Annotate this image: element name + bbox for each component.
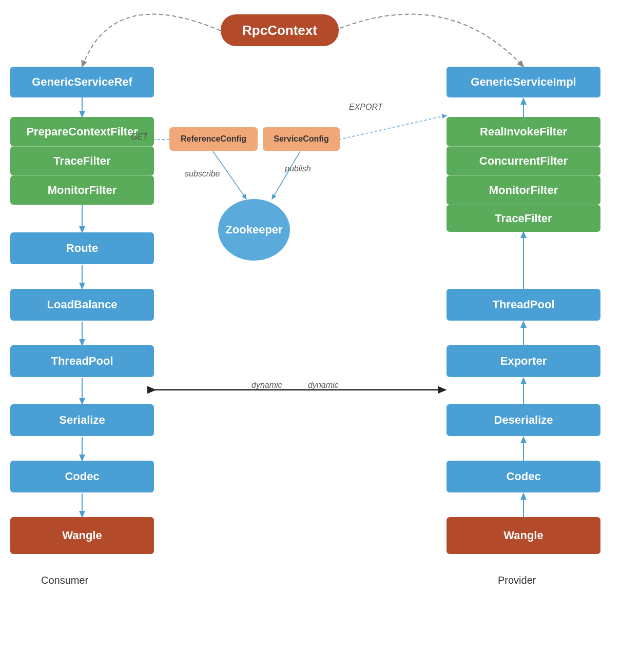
consumer-label: Consumer (41, 575, 88, 586)
generic-service-impl-node: GenericServiceImpl (447, 67, 600, 97)
thread-pool-provider-label: ThreadPool (492, 298, 554, 311)
trace-filter-consumer-label: TraceFilter (53, 154, 110, 168)
export-label: EXPORT (349, 103, 383, 112)
serialize-label: Serialize (59, 413, 105, 427)
serialize-node: Serialize (10, 404, 154, 436)
load-balance-node: LoadBalance (10, 289, 154, 321)
wangle-consumer-node: Wangle (10, 517, 154, 554)
prepare-context-filter-node: PrepareContextFilter (10, 117, 154, 146)
real-invoke-filter-node: RealInvokeFilter (447, 117, 600, 146)
trace-filter-provider-label: TraceFilter (495, 212, 552, 225)
trace-filter-provider-node: TraceFilter (447, 205, 600, 232)
codec-provider-node: Codec (447, 461, 600, 492)
zookeeper-node: Zookeeper (218, 199, 290, 261)
zookeeper-label: Zookeeper (225, 223, 282, 236)
monitor-filter-provider-label: MonitorFilter (489, 184, 558, 197)
wangle-consumer-label: Wangle (62, 529, 102, 542)
service-config-node: ServiceConfig (263, 127, 340, 151)
rpc-context-label: RpcContext (242, 23, 317, 38)
concurrent-filter-label: ConcurrentFilter (479, 154, 568, 168)
monitor-filter-consumer-label: MonitorFilter (48, 184, 117, 197)
exporter-node: Exporter (447, 345, 600, 377)
codec-consumer-label: Codec (65, 470, 99, 483)
prepare-context-filter-label: PrepareContextFilter (26, 125, 138, 139)
generic-service-ref-node: GenericServiceRef (10, 67, 154, 97)
monitor-filter-consumer-node: MonitorFilter (10, 175, 154, 205)
subscribe-label: subscribe (185, 169, 220, 179)
diagram-container: RpcContext GenericServiceRef PrepareCont… (0, 0, 621, 672)
svg-line-17 (272, 151, 300, 199)
deserialize-label: Deserialize (494, 413, 553, 427)
trace-filter-consumer-node: TraceFilter (10, 146, 154, 175)
arrows-svg (0, 0, 621, 672)
publish-label: publish (285, 164, 311, 173)
thread-pool-consumer-node: ThreadPool (10, 345, 154, 377)
load-balance-label: LoadBalance (47, 298, 118, 311)
route-label: Route (66, 242, 98, 255)
deserialize-node: Deserialize (447, 404, 600, 436)
svg-line-15 (339, 115, 447, 140)
codec-provider-label: Codec (506, 470, 540, 483)
wangle-provider-label: Wangle (503, 529, 543, 542)
route-node: Route (10, 232, 154, 264)
thread-pool-provider-node: ThreadPool (447, 289, 600, 321)
monitor-filter-provider-node: MonitorFilter (447, 175, 600, 205)
dynamic-right-label: dynamic (308, 381, 339, 390)
reference-config-label: ReferenceConfig (181, 134, 246, 144)
dynamic-left-label: dynamic (251, 381, 282, 390)
real-invoke-filter-label: RealInvokeFilter (480, 125, 567, 139)
concurrent-filter-node: ConcurrentFilter (447, 146, 600, 175)
codec-consumer-node: Codec (10, 461, 154, 492)
service-config-label: ServiceConfig (274, 134, 329, 144)
generic-service-ref-label: GenericServiceRef (32, 75, 132, 89)
generic-service-impl-label: GenericServiceImpl (471, 75, 576, 89)
wangle-provider-node: Wangle (447, 517, 600, 554)
provider-label: Provider (498, 575, 536, 586)
exporter-label: Exporter (500, 354, 547, 368)
get-label: GET (131, 132, 148, 142)
reference-config-node: ReferenceConfig (169, 127, 258, 151)
thread-pool-consumer-label: ThreadPool (51, 354, 113, 368)
rpc-context-node: RpcContext (221, 14, 339, 46)
